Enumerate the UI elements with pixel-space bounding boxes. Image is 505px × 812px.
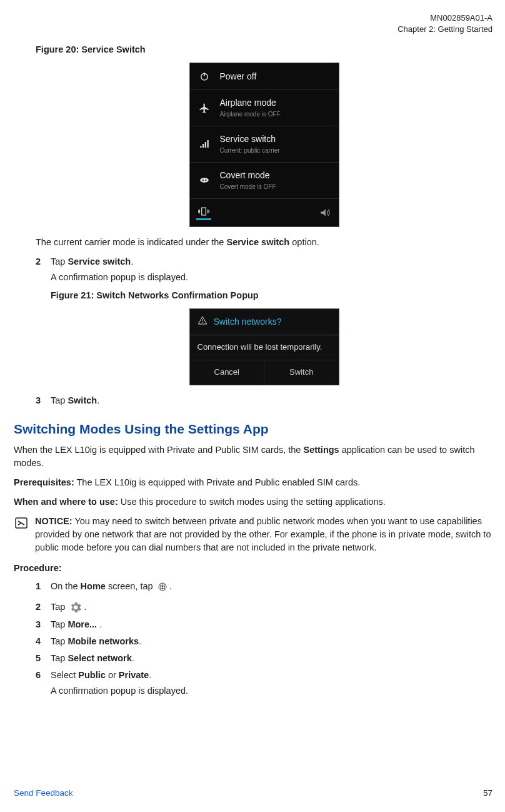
power-off-label: Power off [220, 70, 257, 83]
power-menu-screenshot: Power off Airplane mode Airplane mode is… [189, 63, 339, 226]
airplane-mode-row: Airplane mode Airplane mode is OFF [190, 90, 339, 126]
svg-point-10 [160, 587, 161, 587]
svg-point-3 [202, 180, 203, 181]
power-icon [198, 69, 211, 83]
section-title: Switching Modes Using the Settings App [14, 420, 492, 439]
svg-point-9 [164, 585, 164, 586]
service-switch-sub: Current: public carrier [220, 146, 280, 156]
notice-icon [14, 515, 29, 530]
figure20-note: The current carrier mode is indicated un… [36, 236, 492, 249]
power-off-row: Power off [190, 63, 339, 90]
svg-point-7 [160, 585, 161, 586]
dialog-buttons: Cancel Switch [190, 360, 339, 385]
vibrate-icon [196, 205, 211, 220]
svg-point-8 [162, 585, 162, 586]
figure-21: Switch networks? Connection will be lost… [36, 308, 492, 385]
dialog-title: Switch networks? [214, 315, 282, 328]
step-2-sub: A confirmation popup is displayed. [51, 271, 492, 284]
when-where: When and where to use: Use this procedur… [14, 495, 492, 509]
page-number: 57 [483, 787, 492, 799]
doc-id: MN002859A01-A [14, 13, 492, 24]
airplane-title: Airplane mode [220, 96, 281, 109]
settings-gear-icon [69, 601, 82, 614]
service-switch-title: Service switch [220, 133, 280, 145]
switch-button: Switch [264, 360, 339, 385]
page-footer: Send Feedback 57 [14, 787, 492, 799]
covert-title: Covert mode [220, 169, 276, 181]
step-body: Tap Service switch. [51, 255, 492, 268]
figure-21-caption: Figure 21: Switch Networks Confirmation … [51, 289, 492, 302]
proc-step-3: 3 Tap More... . [36, 618, 492, 631]
svg-point-2 [200, 178, 209, 183]
procedure-label: Procedure: [14, 562, 492, 575]
svg-point-15 [164, 588, 164, 589]
airplane-sub: Airplane mode is OFF [220, 110, 281, 119]
figure-20-caption: Figure 20: Service Switch [36, 43, 492, 56]
dialog-body: Connection will be lost temporarily. [190, 335, 339, 360]
proc-step-6: 6 Select Public or Private. [36, 669, 492, 682]
chapter-label: Chapter 2: Getting Started [14, 24, 492, 35]
send-feedback-link[interactable]: Send Feedback [14, 787, 73, 799]
proc-step-6-sub: A confirmation popup is displayed. [51, 684, 492, 698]
step-3: 3 Tap Switch. [36, 394, 492, 407]
signal-icon [198, 137, 211, 151]
step-num: 3 [36, 394, 51, 407]
svg-point-14 [162, 588, 162, 589]
step-body: Tap Switch. [51, 394, 492, 407]
notice-text: NOTICE: You may need to switch between p… [35, 515, 492, 554]
proc-step-2: 2 Tap . [36, 601, 492, 614]
apps-grid-icon [157, 581, 168, 592]
page-header: MN002859A01-A Chapter 2: Getting Started [14, 13, 492, 34]
covert-sub: Covert mode is OFF [220, 183, 276, 192]
airplane-icon [198, 101, 211, 115]
svg-point-12 [164, 587, 164, 587]
figure-20: Power off Airplane mode Airplane mode is… [36, 63, 492, 226]
prerequisites: Prerequisites: The LEX L10ig is equipped… [14, 476, 492, 489]
svg-point-4 [205, 180, 206, 181]
power-menu-footer [190, 199, 339, 226]
volume-icon [318, 205, 332, 220]
cancel-button: Cancel [190, 360, 265, 385]
svg-point-11 [162, 587, 162, 587]
section-intro: When the LEX L10ig is equipped with Priv… [14, 444, 492, 470]
proc-step-4: 4 Tap Mobile networks. [36, 635, 492, 648]
proc-step-5: 5 Tap Select network. [36, 652, 492, 665]
step-2: 2 Tap Service switch. [36, 255, 492, 268]
service-switch-row: Service switch Current: public carrier [190, 126, 339, 163]
mask-icon [198, 173, 211, 187]
step-num: 2 [36, 255, 51, 268]
switch-networks-dialog: Switch networks? Connection will be lost… [189, 308, 339, 385]
notice: NOTICE: You may need to switch between p… [14, 515, 492, 554]
dialog-title-row: Switch networks? [190, 309, 339, 335]
svg-point-13 [160, 588, 161, 589]
covert-mode-row: Covert mode Covert mode is OFF [190, 163, 339, 199]
warning-icon [198, 315, 208, 328]
proc-step-1: 1 On the Home screen, tap . [36, 580, 492, 593]
